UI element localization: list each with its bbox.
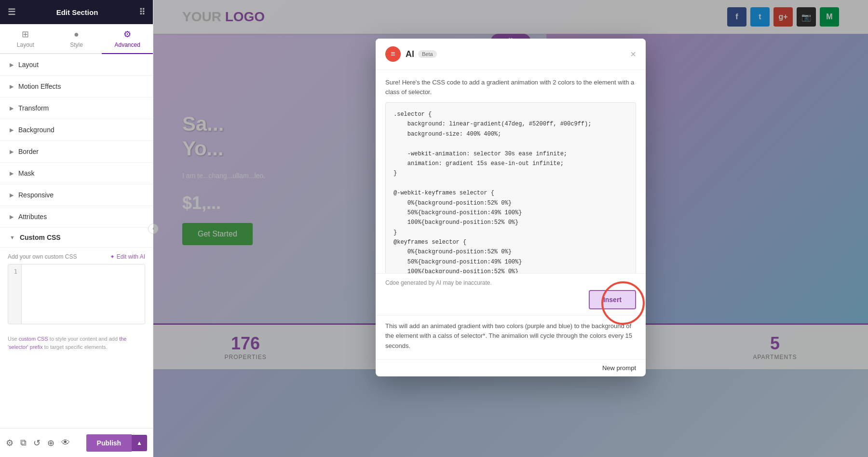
chevron-down-icon: ▼ — [10, 235, 15, 240]
chevron-right-icon: ▶ — [10, 149, 14, 155]
modal-close-button[interactable]: × — [630, 49, 636, 60]
sidebar-item-layout-label: Layout — [18, 61, 39, 69]
sidebar: ☰ Edit Section ⠿ ⊞ Layout ● Style ⚙ Adva… — [0, 0, 153, 457]
modal-logo-letter: ≡ — [391, 50, 395, 58]
sidebar-item-background[interactable]: ▶ Background — [0, 119, 153, 141]
sidebar-header: ☰ Edit Section ⠿ — [0, 0, 153, 24]
publish-button[interactable]: Publish — [86, 434, 132, 452]
modal-summary: This will add an animated gradient with … — [376, 315, 646, 359]
main-content: YOUR LOGO f t g+ 📷 M + ⠿ × Sa...Yo... I … — [153, 0, 868, 457]
chevron-right-icon: ▶ — [10, 214, 14, 220]
sidebar-item-layout[interactable]: ▶ Layout — [0, 54, 153, 76]
modal-code-block: .selector { background: linear-gradient(… — [385, 102, 636, 273]
modal-title: AI — [406, 49, 414, 59]
modal-warning-text: Cdoe generated by AI may be inaccurate. — [385, 279, 636, 286]
sidebar-item-mask[interactable]: ▶ Mask — [0, 163, 153, 184]
modal-beta-badge: Beta — [418, 50, 437, 58]
chevron-right-icon: ▶ — [10, 83, 14, 90]
chevron-right-icon: ▶ — [10, 192, 14, 198]
line-number-1: 1 — [14, 268, 17, 275]
modal-footer: Cdoe generated by AI may be inaccurate. … — [376, 273, 646, 315]
sidebar-bottom-bar: ⚙ ⧉ ↺ ⊕ 👁 Publish ▲ — [0, 428, 153, 457]
sidebar-item-attributes[interactable]: ▶ Attributes — [0, 206, 153, 228]
advanced-icon: ⚙ — [123, 29, 131, 40]
sidebar-item-custom-css[interactable]: ▼ Custom CSS — [0, 228, 153, 248]
modal-intro-text: Sure! Here's the CSS code to add a gradi… — [385, 78, 636, 97]
tab-layout-label: Layout — [17, 42, 34, 48]
insert-btn-wrapper: Insert — [385, 290, 636, 309]
sidebar-tabs: ⊞ Layout ● Style ⚙ Advanced — [0, 24, 153, 54]
chevron-right-icon: ▶ — [10, 105, 14, 111]
add-section-icon[interactable]: ⊕ — [47, 438, 54, 448]
publish-btn-wrapper: Publish ▲ — [86, 434, 147, 452]
edit-with-ai-button[interactable]: ✦ Edit with AI — [110, 253, 145, 260]
tab-layout[interactable]: ⊞ Layout — [0, 24, 51, 53]
new-prompt-link[interactable]: New prompt — [376, 359, 646, 376]
css-line-numbers: 1 — [8, 264, 22, 324]
sidebar-item-border-label: Border — [18, 148, 39, 155]
sidebar-item-responsive-label: Responsive — [18, 191, 54, 199]
sidebar-title: Edit Section — [56, 8, 98, 16]
eye-icon[interactable]: 👁 — [61, 438, 70, 448]
settings-icon[interactable]: ⚙ — [6, 438, 14, 448]
chevron-right-icon: ▶ — [10, 170, 14, 177]
sidebar-item-background-label: Background — [18, 126, 54, 134]
css-editor: 1 — [8, 264, 145, 324]
sidebar-footer-hint: Use custom CSS to style your content and… — [0, 330, 153, 356]
history-icon[interactable]: ↺ — [33, 438, 41, 448]
hamburger-icon[interactable]: ☰ — [8, 7, 15, 17]
sidebar-item-motion-effects[interactable]: ▶ Motion Effects — [0, 76, 153, 97]
sidebar-menu: ▶ Layout ▶ Motion Effects ▶ Transform ▶ … — [0, 54, 153, 428]
sidebar-item-mask-label: Mask — [18, 169, 34, 177]
custom-css-add-desc: Add your own custom CSS — [8, 253, 77, 260]
custom-css-body: Add your own custom CSS ✦ Edit with AI 1 — [0, 248, 153, 330]
insert-button[interactable]: Insert — [589, 290, 636, 309]
tab-style[interactable]: ● Style — [51, 24, 102, 53]
modal-logo: ≡ — [385, 46, 401, 62]
tab-advanced[interactable]: ⚙ Advanced — [102, 24, 153, 54]
sidebar-item-motion-effects-label: Motion Effects — [18, 83, 61, 90]
sidebar-item-transform-label: Transform — [18, 104, 49, 112]
chevron-right-icon: ▶ — [10, 62, 14, 68]
publish-chevron-button[interactable]: ▲ — [132, 435, 147, 451]
modal-overlay: ≡ AI Beta × Sure! Here's the CSS code to… — [153, 0, 868, 457]
style-icon: ● — [74, 29, 79, 40]
grid-icon[interactable]: ⠿ — [139, 7, 145, 17]
modal-body: Sure! Here's the CSS code to add a gradi… — [376, 70, 646, 273]
bottom-bar-icons: ⚙ ⧉ ↺ ⊕ 👁 — [6, 438, 70, 448]
modal-header: ≡ AI Beta × — [376, 39, 646, 70]
sidebar-item-transform[interactable]: ▶ Transform — [0, 97, 153, 119]
custom-css-link[interactable]: custom CSS — [19, 336, 48, 342]
custom-css-desc-row: Add your own custom CSS ✦ Edit with AI — [8, 253, 145, 260]
css-textarea-input[interactable] — [22, 264, 145, 324]
chevron-right-icon: ▶ — [10, 127, 14, 133]
sidebar-item-border[interactable]: ▶ Border — [0, 141, 153, 163]
layout-icon: ⊞ — [22, 29, 29, 40]
custom-css-label: Custom CSS — [20, 234, 61, 241]
layers-icon[interactable]: ⧉ — [20, 438, 27, 448]
sidebar-item-responsive[interactable]: ▶ Responsive — [0, 184, 153, 206]
tab-style-label: Style — [70, 42, 83, 48]
ai-modal: ≡ AI Beta × Sure! Here's the CSS code to… — [376, 39, 646, 376]
tab-advanced-label: Advanced — [114, 42, 140, 48]
sidebar-item-attributes-label: Attributes — [18, 213, 47, 221]
